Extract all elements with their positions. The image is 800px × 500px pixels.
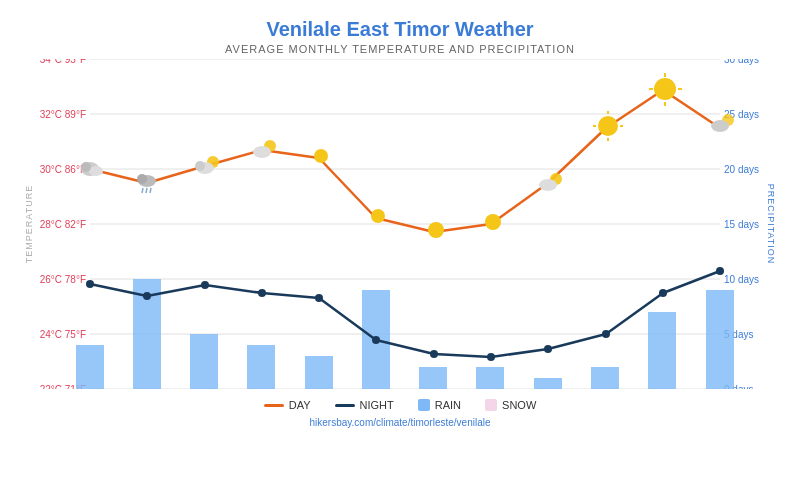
- svg-point-43: [544, 345, 552, 353]
- svg-point-65: [539, 179, 557, 191]
- svg-point-42: [487, 353, 495, 361]
- svg-text:10 days: 10 days: [724, 274, 759, 285]
- day-line-swatch: [264, 404, 284, 407]
- svg-point-49: [81, 162, 91, 172]
- svg-point-66: [598, 116, 618, 136]
- svg-rect-27: [305, 356, 333, 389]
- svg-point-62: [428, 222, 444, 238]
- legend-day: DAY: [264, 399, 311, 411]
- svg-text:34°C 93°F: 34°C 93°F: [40, 59, 86, 65]
- svg-point-59: [253, 146, 271, 158]
- chart-container: Venilale East Timor Weather AVERAGE MONT…: [0, 0, 800, 500]
- svg-rect-26: [247, 345, 275, 389]
- svg-line-54: [150, 188, 151, 193]
- svg-rect-30: [476, 367, 504, 389]
- chart-subtitle: AVERAGE MONTHLY TEMPERATURE AND PRECIPIT…: [0, 43, 800, 55]
- svg-point-36: [143, 292, 151, 300]
- svg-point-57: [195, 161, 205, 171]
- main-chart: 34°C 93°F 32°C 89°F 30°C 86°F 28°C 82°F …: [20, 59, 780, 389]
- svg-rect-23: [76, 345, 104, 389]
- svg-rect-34: [706, 290, 734, 389]
- svg-point-46: [716, 267, 724, 275]
- legend-night: NIGHT: [335, 399, 394, 411]
- svg-text:32°C 89°F: 32°C 89°F: [40, 109, 86, 120]
- svg-line-52: [142, 188, 143, 193]
- legend-snow-label: SNOW: [502, 399, 536, 411]
- svg-text:TEMPERATURE: TEMPERATURE: [24, 185, 34, 263]
- legend-rain-label: RAIN: [435, 399, 461, 411]
- svg-text:30 days: 30 days: [724, 59, 759, 65]
- legend-night-label: NIGHT: [360, 399, 394, 411]
- svg-text:PRECIPITATION: PRECIPITATION: [766, 184, 776, 265]
- svg-point-60: [314, 149, 328, 163]
- svg-rect-29: [419, 367, 447, 389]
- svg-text:28°C 82°F: 28°C 82°F: [40, 219, 86, 230]
- svg-point-71: [654, 78, 676, 100]
- svg-text:30°C 86°F: 30°C 86°F: [40, 164, 86, 175]
- svg-point-38: [258, 289, 266, 297]
- svg-text:26°C 78°F: 26°C 78°F: [40, 274, 86, 285]
- svg-point-51: [137, 174, 147, 184]
- svg-point-45: [659, 289, 667, 297]
- svg-text:20 days: 20 days: [724, 164, 759, 175]
- svg-point-48: [89, 166, 103, 176]
- rain-bar-swatch: [418, 399, 430, 411]
- legend-snow: SNOW: [485, 399, 536, 411]
- svg-point-77: [711, 120, 729, 132]
- svg-rect-31: [534, 378, 562, 389]
- svg-rect-25: [190, 334, 218, 389]
- night-line-swatch: [335, 404, 355, 407]
- svg-point-63: [485, 214, 501, 230]
- svg-line-53: [146, 188, 147, 193]
- svg-point-35: [86, 280, 94, 288]
- chart-title: Venilale East Timor Weather: [0, 18, 800, 41]
- svg-point-41: [430, 350, 438, 358]
- svg-point-44: [602, 330, 610, 338]
- svg-point-39: [315, 294, 323, 302]
- snow-bar-swatch: [485, 399, 497, 411]
- svg-rect-32: [591, 367, 619, 389]
- legend-rain: RAIN: [418, 399, 461, 411]
- svg-text:24°C 75°F: 24°C 75°F: [40, 329, 86, 340]
- svg-point-37: [201, 281, 209, 289]
- svg-text:15 days: 15 days: [724, 219, 759, 230]
- svg-point-61: [371, 209, 385, 223]
- svg-point-40: [372, 336, 380, 344]
- svg-rect-33: [648, 312, 676, 389]
- footer-url[interactable]: hikersbay.com/climate/timorleste/venilal…: [0, 417, 800, 428]
- chart-legend: DAY NIGHT RAIN SNOW: [0, 399, 800, 411]
- legend-day-label: DAY: [289, 399, 311, 411]
